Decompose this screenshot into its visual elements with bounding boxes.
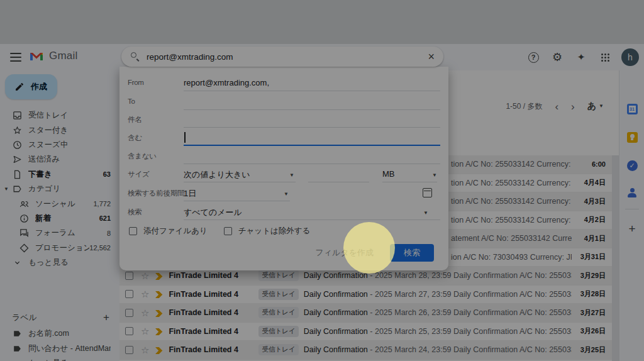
filter-row-haswords[interactable]: 含む [128, 131, 440, 146]
calendar-icon[interactable]: 31 [626, 103, 638, 115]
email-snippet: - 2025 March 27, 23:59 Daily Confirmatio… [368, 290, 572, 299]
size-unit-dropdown[interactable]: MB [382, 169, 395, 179]
label-item-text: もっと見る [28, 358, 111, 361]
inbox-label-chip: 受信トレイ [258, 270, 298, 281]
logo-text: Gmail [49, 50, 77, 62]
sidebar-label-item[interactable]: 問い合わせ - AttendMan... [0, 342, 119, 357]
sidebar-item[interactable]: スター付き [0, 123, 119, 137]
sidebar-item[interactable]: プロモーション12,562 [0, 241, 119, 255]
label-icon [12, 343, 23, 354]
search-icon[interactable] [130, 52, 140, 62]
chevron-down-icon [12, 257, 23, 268]
star-icon[interactable]: ☆ [141, 308, 149, 318]
exclude-chats-checkbox[interactable] [224, 227, 232, 235]
search-button[interactable]: 検索 [390, 244, 434, 262]
contacts-icon[interactable] [626, 187, 638, 199]
filter-row-checkboxes: 添付ファイルあり チャットは除外する [129, 223, 440, 238]
right-side-rail: 31 ✓ + [619, 70, 644, 361]
from-field[interactable]: report@xmtrading.com, [184, 78, 269, 87]
search-input[interactable]: report@xmtrading.com [147, 52, 428, 62]
keep-icon[interactable] [626, 131, 638, 143]
sidebar-item[interactable]: もっと見る [0, 255, 119, 270]
sidebar-item[interactable]: 受信トレイ [0, 108, 119, 123]
calendar-picker-icon[interactable] [423, 188, 432, 197]
label-item-text: 問い合わせ - AttendMan... [28, 343, 111, 354]
sidebar-item[interactable]: フォーラム8 [0, 226, 119, 240]
inbox-label-chip: 受信トレイ [258, 289, 298, 300]
info-icon [19, 213, 30, 224]
sidebar-item[interactable]: ソーシャル1,772 [0, 196, 119, 211]
sidebar-item-label: スヌーズ中 [28, 140, 111, 150]
hamburger-menu-icon[interactable] [10, 53, 21, 62]
sidebar-item[interactable]: ▼カテゴリ [0, 182, 119, 196]
email-snippet-fragment: ion A/C No: 73030493 Currency: JP... [451, 253, 572, 262]
size-operator-dropdown[interactable]: 次の値より大きい [184, 169, 250, 181]
star-icon[interactable]: ☆ [141, 326, 149, 336]
text-cursor [184, 132, 186, 143]
expand-caret-icon[interactable]: ▼ [4, 186, 9, 192]
filter-row-datewithin: 検索する前後期間 1日 ▼ [128, 186, 440, 201]
create-filter-button[interactable]: フィルタを作成 [315, 247, 374, 258]
search-bar[interactable]: report@xmtrading.com × [121, 47, 443, 67]
apps-grid-icon[interactable] [597, 50, 613, 65]
inbox-icon [12, 110, 23, 121]
email-sender: FinTrade Limited 4 [169, 308, 258, 317]
sidebar-item-label: 受信トレイ [28, 110, 111, 121]
prev-page-icon[interactable]: ‹ [555, 101, 558, 112]
gmail-window: Gmail ? ⚙ ✦ h 作成 受信トレイスター付きスヌーズ中送信済み下書き6… [0, 0, 644, 361]
importance-marker-icon [155, 346, 164, 354]
filter-row-doesnothave[interactable]: 含まない [128, 149, 440, 164]
sidebar-item[interactable]: 新着621 [0, 211, 119, 226]
email-row[interactable]: ☆FinTrade Limited 4受信トレイDaily Confirmati… [119, 304, 612, 323]
filter-row-subject[interactable]: 件名 [128, 113, 440, 128]
rail-divider [625, 209, 639, 209]
plus-icon[interactable]: + [626, 223, 638, 235]
list-scrollbar[interactable] [612, 155, 619, 361]
email-row[interactable]: ☆FinTrade Limited 4受信トレイDaily Confirmati… [119, 286, 612, 304]
star-icon[interactable]: ☆ [141, 271, 149, 280]
row-checkbox[interactable] [125, 327, 133, 335]
star-icon[interactable]: ☆ [141, 345, 149, 355]
browser-top-strip [0, 0, 644, 44]
compose-button[interactable]: 作成 [5, 74, 57, 99]
sidebar-label-item[interactable]: もっと見る [0, 356, 119, 361]
sidebar-item-count: 8 [107, 230, 111, 237]
labels-nav: お名前.com問い合わせ - AttendMan...もっと見る [0, 326, 119, 361]
email-row[interactable]: ☆FinTrade Limited 4受信トレイDaily Confirmati… [119, 323, 612, 342]
email-row[interactable]: ☆FinTrade Limited 4受信トレイDaily Confirmati… [119, 341, 612, 360]
star-icon[interactable]: ☆ [141, 289, 149, 299]
email-snippet-fragment: tion A/C No: 255033142 Currency: J... [451, 197, 572, 206]
gear-icon[interactable]: ⚙ [550, 50, 565, 65]
filter-row-to[interactable]: To [128, 95, 440, 110]
has-attachment-checkbox[interactable] [129, 227, 137, 235]
sidebar-item[interactable]: スヌーズ中 [0, 138, 119, 152]
sidebar-item-label: プロモーション [35, 243, 89, 253]
input-method-selector[interactable]: あ▼ [587, 101, 604, 112]
help-icon[interactable]: ? [526, 50, 541, 65]
row-checkbox[interactable] [125, 309, 133, 317]
sidebar-label-item[interactable]: お名前.com [0, 326, 119, 342]
close-icon[interactable]: × [428, 51, 435, 62]
tasks-icon[interactable]: ✓ [626, 159, 638, 172]
email-snippet-fragment: tion A/C No: 255033142 Currency: J... [451, 179, 572, 187]
email-date: 4月1日 [572, 234, 606, 243]
email-snippet-fragment: atement A/C No: 255033142 Currenc... [451, 234, 572, 243]
next-page-icon[interactable]: › [571, 101, 575, 112]
filter-buttons-row: フィルタを作成 検索 [128, 243, 440, 262]
search-scope-dropdown[interactable]: すべてのメール [184, 207, 242, 218]
sidebar-item[interactable]: 送信済み [0, 152, 119, 167]
sidebar-item-label: カテゴリ [28, 184, 111, 194]
sidebar-item[interactable]: 下書き63 [0, 167, 119, 182]
email-sender: FinTrade Limited 4 [169, 271, 258, 280]
avatar[interactable]: h [621, 48, 639, 66]
add-label-icon[interactable]: + [103, 311, 109, 324]
row-checkbox[interactable] [125, 272, 133, 280]
row-checkbox[interactable] [125, 346, 133, 354]
filter-row-from[interactable]: From report@xmtrading.com, [128, 76, 440, 91]
pagination-label: 1-50 / 多数 [506, 101, 542, 112]
sidebar-item-label: 送信済み [28, 154, 111, 165]
sidebar-item-label: 下書き [28, 169, 103, 180]
date-within-dropdown[interactable]: 1日 [184, 188, 196, 199]
row-checkbox[interactable] [125, 290, 133, 298]
sparkle-icon[interactable]: ✦ [574, 50, 589, 65]
